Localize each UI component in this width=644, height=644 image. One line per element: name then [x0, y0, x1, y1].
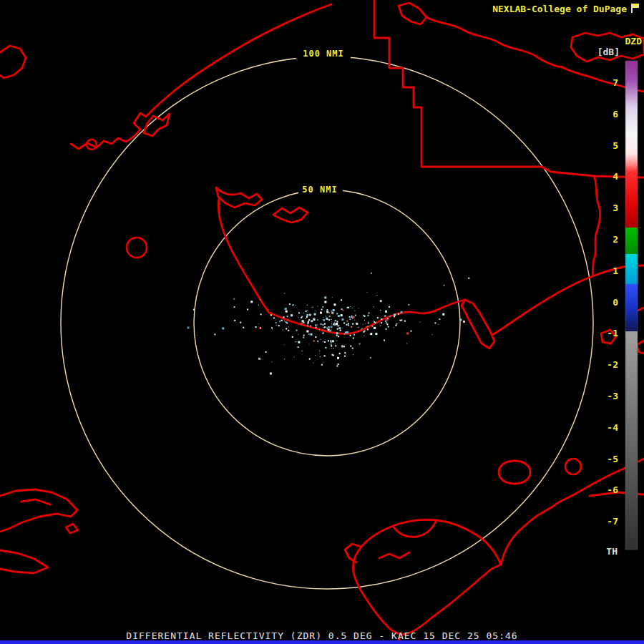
colorbar-tick: -1 [607, 328, 618, 338]
colorbar-tick-labels: 76543210-1-2-3-4-5-6-7 [607, 77, 618, 527]
map-boundary-path [218, 199, 465, 333]
page-title: NEXLAB-College of DuPage [492, 4, 627, 14]
colorbar-tick: -3 [607, 391, 618, 401]
bottom-blue-bar [0, 640, 644, 644]
map-boundary-path [379, 552, 409, 558]
map-boundary-path [399, 3, 426, 24]
colorbar-gradient-bar [625, 61, 638, 550]
colorbar-tick: -2 [607, 359, 618, 370]
colorbar-tick: 0 [613, 297, 618, 308]
map-circle-feature [127, 238, 147, 258]
map-boundary-path [462, 300, 494, 348]
colorbar-product-label: DZD [625, 36, 643, 47]
radar-display: 100 NMI 50 NMI DZD [dB] 76543210-1-2-3-4… [0, 0, 644, 644]
colorbar-tick: -4 [607, 422, 618, 433]
map-boundary-path [0, 489, 77, 532]
map-boundary-path [592, 176, 600, 276]
map-boundary-path [66, 524, 78, 533]
map-boundary-path [0, 46, 26, 78]
map-boundary-path [426, 17, 562, 67]
radar-screen: 100 NMI 50 NMI DZD [dB] 76543210-1-2-3-4… [0, 0, 644, 644]
colorbar-units-label: [dB] [597, 47, 620, 57]
colorbar-tick: -7 [607, 516, 618, 527]
map-boundary-path [374, 0, 644, 177]
map-boundary-path [499, 461, 530, 484]
colorbar-tick: 5 [613, 140, 618, 151]
range-ring-50nmi [194, 190, 460, 456]
colorbar-tick: 1 [613, 265, 618, 276]
colorbar-tick: -5 [607, 454, 618, 464]
map-boundary-path [501, 518, 534, 565]
map-boundary-path [144, 114, 170, 136]
colorbar-tick: 6 [613, 109, 618, 119]
nexlab-flag-icon [630, 3, 640, 14]
colorbar-tick: 4 [613, 171, 618, 182]
colorbar-threshold-label: TH [606, 546, 618, 557]
map-boundary-path [637, 341, 644, 353]
colorbar-tick: 7 [613, 77, 618, 88]
inner-ring-label: 50 NMI [302, 185, 337, 195]
map-boundary-path [216, 187, 262, 208]
map-boundary-path [21, 499, 50, 504]
map-boundary-path [492, 265, 644, 335]
product-status-line: DIFFERENTIAL REFLECTIVITY (ZDR) 0.5 DEG … [0, 630, 644, 641]
map-boundary-path [273, 208, 308, 223]
range-rings [61, 57, 593, 589]
colorbar-tick: 2 [613, 234, 618, 245]
map-circle-feature [565, 459, 581, 474]
map-boundary-path [0, 550, 48, 573]
colorbar-tick: -6 [607, 484, 618, 495]
map-boundary-path [353, 519, 501, 634]
map-outlines [0, 0, 644, 644]
radar-echoes [187, 273, 470, 375]
map-boundary-path [71, 4, 331, 149]
map-boundary-path [345, 544, 361, 562]
range-ring-labels: 100 NMI 50 NMI [296, 47, 351, 195]
range-ring-100nmi [61, 57, 593, 589]
outer-ring-label: 100 NMI [303, 49, 344, 59]
map-dot [463, 321, 465, 323]
colorbar-tick: 3 [613, 203, 618, 213]
